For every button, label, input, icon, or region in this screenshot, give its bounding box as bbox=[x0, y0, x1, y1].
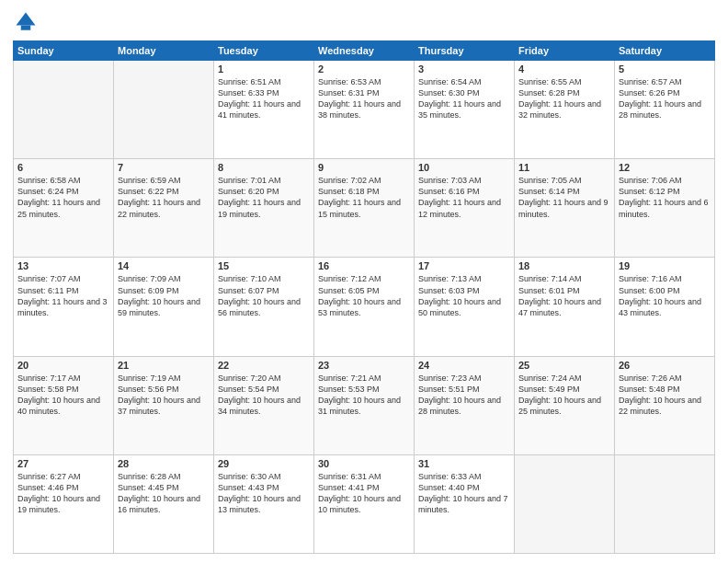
calendar-cell: 22Sunrise: 7:20 AM Sunset: 5:54 PM Dayli… bbox=[214, 356, 314, 454]
day-number: 14 bbox=[118, 260, 210, 271]
day-number: 15 bbox=[218, 260, 310, 271]
calendar-cell: 24Sunrise: 7:23 AM Sunset: 5:51 PM Dayli… bbox=[415, 356, 515, 454]
day-number: 11 bbox=[518, 162, 610, 173]
day-number: 21 bbox=[118, 360, 210, 371]
day-number: 7 bbox=[118, 162, 210, 173]
day-number: 8 bbox=[218, 162, 310, 173]
cell-info: Sunrise: 7:26 AM Sunset: 5:48 PM Dayligh… bbox=[619, 373, 711, 418]
weekday-header-friday: Friday bbox=[515, 41, 615, 61]
day-number: 18 bbox=[518, 260, 610, 271]
calendar-cell: 17Sunrise: 7:13 AM Sunset: 6:03 PM Dayli… bbox=[415, 258, 515, 356]
calendar-cell: 4Sunrise: 6:55 AM Sunset: 6:28 PM Daylig… bbox=[515, 61, 615, 159]
calendar-cell bbox=[14, 61, 114, 159]
calendar-cell: 23Sunrise: 7:21 AM Sunset: 5:53 PM Dayli… bbox=[314, 356, 415, 454]
cell-info: Sunrise: 7:19 AM Sunset: 5:56 PM Dayligh… bbox=[118, 373, 210, 418]
calendar-cell bbox=[515, 454, 615, 553]
weekday-header-row: SundayMondayTuesdayWednesdayThursdayFrid… bbox=[14, 41, 715, 61]
cell-info: Sunrise: 6:55 AM Sunset: 6:28 PM Dayligh… bbox=[518, 76, 610, 121]
svg-rect-1 bbox=[21, 26, 31, 30]
cell-info: Sunrise: 6:31 AM Sunset: 4:41 PM Dayligh… bbox=[318, 471, 410, 516]
calendar-table: SundayMondayTuesdayWednesdayThursdayFrid… bbox=[13, 40, 715, 554]
cell-info: Sunrise: 6:27 AM Sunset: 4:46 PM Dayligh… bbox=[17, 471, 109, 516]
logo bbox=[13, 9, 42, 35]
cell-info: Sunrise: 6:30 AM Sunset: 4:43 PM Dayligh… bbox=[218, 471, 310, 516]
calendar-cell: 19Sunrise: 7:16 AM Sunset: 6:00 PM Dayli… bbox=[615, 258, 715, 356]
calendar-cell: 25Sunrise: 7:24 AM Sunset: 5:49 PM Dayli… bbox=[515, 356, 615, 454]
weekday-header-thursday: Thursday bbox=[415, 41, 515, 61]
calendar-cell: 28Sunrise: 6:28 AM Sunset: 4:45 PM Dayli… bbox=[114, 454, 214, 553]
calendar-cell: 5Sunrise: 6:57 AM Sunset: 6:26 PM Daylig… bbox=[615, 61, 715, 159]
calendar-cell: 7Sunrise: 6:59 AM Sunset: 6:22 PM Daylig… bbox=[114, 159, 214, 258]
cell-info: Sunrise: 7:06 AM Sunset: 6:12 PM Dayligh… bbox=[619, 175, 711, 220]
cell-info: Sunrise: 7:01 AM Sunset: 6:20 PM Dayligh… bbox=[218, 175, 310, 220]
day-number: 29 bbox=[218, 458, 310, 469]
calendar-cell: 18Sunrise: 7:14 AM Sunset: 6:01 PM Dayli… bbox=[515, 258, 615, 356]
cell-info: Sunrise: 6:33 AM Sunset: 4:40 PM Dayligh… bbox=[418, 471, 510, 516]
day-number: 30 bbox=[318, 458, 410, 469]
day-number: 2 bbox=[318, 63, 410, 75]
calendar-cell bbox=[615, 454, 715, 553]
calendar-cell: 16Sunrise: 7:12 AM Sunset: 6:05 PM Dayli… bbox=[314, 258, 415, 356]
day-number: 1 bbox=[218, 63, 310, 75]
day-number: 28 bbox=[118, 458, 210, 469]
day-number: 19 bbox=[619, 260, 711, 271]
calendar-cell: 2Sunrise: 6:53 AM Sunset: 6:31 PM Daylig… bbox=[314, 61, 415, 159]
cell-info: Sunrise: 7:02 AM Sunset: 6:18 PM Dayligh… bbox=[318, 175, 410, 220]
cell-info: Sunrise: 6:51 AM Sunset: 6:33 PM Dayligh… bbox=[218, 76, 310, 121]
cell-info: Sunrise: 6:58 AM Sunset: 6:24 PM Dayligh… bbox=[17, 175, 109, 220]
calendar-cell: 15Sunrise: 7:10 AM Sunset: 6:07 PM Dayli… bbox=[214, 258, 314, 356]
day-number: 12 bbox=[619, 162, 711, 173]
calendar-cell: 13Sunrise: 7:07 AM Sunset: 6:11 PM Dayli… bbox=[14, 258, 114, 356]
weekday-header-saturday: Saturday bbox=[615, 41, 715, 61]
cell-info: Sunrise: 6:57 AM Sunset: 6:26 PM Dayligh… bbox=[619, 76, 711, 121]
calendar-cell: 30Sunrise: 6:31 AM Sunset: 4:41 PM Dayli… bbox=[314, 454, 415, 553]
day-number: 4 bbox=[518, 63, 610, 75]
weekday-header-sunday: Sunday bbox=[14, 41, 114, 61]
cell-info: Sunrise: 7:10 AM Sunset: 6:07 PM Dayligh… bbox=[218, 273, 310, 318]
day-number: 16 bbox=[318, 260, 410, 271]
calendar-cell: 9Sunrise: 7:02 AM Sunset: 6:18 PM Daylig… bbox=[314, 159, 415, 258]
calendar-cell: 14Sunrise: 7:09 AM Sunset: 6:09 PM Dayli… bbox=[114, 258, 214, 356]
calendar-cell bbox=[114, 61, 214, 159]
cell-info: Sunrise: 6:54 AM Sunset: 6:30 PM Dayligh… bbox=[418, 76, 510, 121]
cell-info: Sunrise: 7:14 AM Sunset: 6:01 PM Dayligh… bbox=[518, 273, 610, 318]
cell-info: Sunrise: 6:28 AM Sunset: 4:45 PM Dayligh… bbox=[118, 471, 210, 516]
day-number: 10 bbox=[418, 162, 510, 173]
calendar-cell: 31Sunrise: 6:33 AM Sunset: 4:40 PM Dayli… bbox=[415, 454, 515, 553]
day-number: 24 bbox=[418, 360, 510, 371]
calendar-cell: 3Sunrise: 6:54 AM Sunset: 6:30 PM Daylig… bbox=[415, 61, 515, 159]
week-row-1: 1Sunrise: 6:51 AM Sunset: 6:33 PM Daylig… bbox=[14, 61, 715, 159]
cell-info: Sunrise: 6:53 AM Sunset: 6:31 PM Dayligh… bbox=[318, 76, 410, 121]
svg-marker-0 bbox=[17, 13, 36, 26]
day-number: 22 bbox=[218, 360, 310, 371]
cell-info: Sunrise: 7:03 AM Sunset: 6:16 PM Dayligh… bbox=[418, 175, 510, 220]
day-number: 6 bbox=[17, 162, 109, 173]
day-number: 26 bbox=[619, 360, 711, 371]
day-number: 25 bbox=[518, 360, 610, 371]
week-row-2: 6Sunrise: 6:58 AM Sunset: 6:24 PM Daylig… bbox=[14, 159, 715, 258]
cell-info: Sunrise: 7:16 AM Sunset: 6:00 PM Dayligh… bbox=[619, 273, 711, 318]
calendar-cell: 27Sunrise: 6:27 AM Sunset: 4:46 PM Dayli… bbox=[14, 454, 114, 553]
header bbox=[13, 9, 715, 35]
weekday-header-wednesday: Wednesday bbox=[314, 41, 415, 61]
calendar-cell: 20Sunrise: 7:17 AM Sunset: 5:58 PM Dayli… bbox=[14, 356, 114, 454]
day-number: 3 bbox=[418, 63, 510, 75]
weekday-header-monday: Monday bbox=[114, 41, 214, 61]
day-number: 5 bbox=[619, 63, 711, 75]
calendar-cell: 10Sunrise: 7:03 AM Sunset: 6:16 PM Dayli… bbox=[415, 159, 515, 258]
calendar-cell: 12Sunrise: 7:06 AM Sunset: 6:12 PM Dayli… bbox=[615, 159, 715, 258]
logo-icon bbox=[13, 9, 39, 35]
cell-info: Sunrise: 6:59 AM Sunset: 6:22 PM Dayligh… bbox=[118, 175, 210, 220]
cell-info: Sunrise: 7:07 AM Sunset: 6:11 PM Dayligh… bbox=[17, 273, 109, 318]
cell-info: Sunrise: 7:12 AM Sunset: 6:05 PM Dayligh… bbox=[318, 273, 410, 318]
day-number: 13 bbox=[17, 260, 109, 271]
cell-info: Sunrise: 7:09 AM Sunset: 6:09 PM Dayligh… bbox=[118, 273, 210, 318]
day-number: 23 bbox=[318, 360, 410, 371]
cell-info: Sunrise: 7:23 AM Sunset: 5:51 PM Dayligh… bbox=[418, 373, 510, 418]
weekday-header-tuesday: Tuesday bbox=[214, 41, 314, 61]
day-number: 20 bbox=[17, 360, 109, 371]
cell-info: Sunrise: 7:05 AM Sunset: 6:14 PM Dayligh… bbox=[518, 175, 610, 220]
day-number: 31 bbox=[418, 458, 510, 469]
calendar-cell: 26Sunrise: 7:26 AM Sunset: 5:48 PM Dayli… bbox=[615, 356, 715, 454]
week-row-3: 13Sunrise: 7:07 AM Sunset: 6:11 PM Dayli… bbox=[14, 258, 715, 356]
